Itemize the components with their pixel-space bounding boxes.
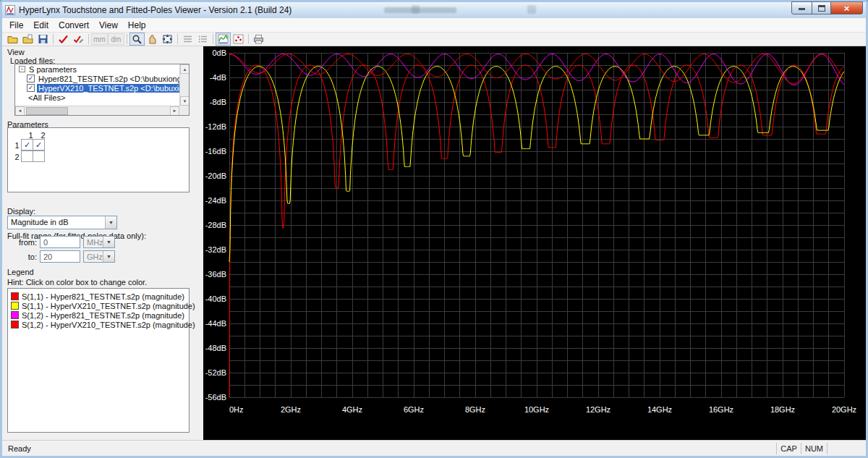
close-button[interactable]: ×: [830, 1, 863, 14]
plot-poles-button[interactable]: [231, 33, 246, 46]
from-label: from:: [5, 238, 37, 247]
fullfit-to-input[interactable]: [40, 250, 80, 263]
legend-color-box[interactable]: [11, 292, 19, 300]
pan-button[interactable]: [145, 33, 160, 46]
hand-icon: [147, 34, 158, 44]
svg-text:-40dB: -40dB: [205, 294, 226, 303]
grid-lines-button[interactable]: [180, 33, 195, 46]
toolbar-separator: [248, 34, 249, 44]
svg-text:8GHz: 8GHz: [465, 405, 485, 414]
tree-file-row-selected[interactable]: ✓ HyperVX210_TESTNET.s2p <D:\bubuxiong: [15, 83, 179, 93]
svg-text:-32dB: -32dB: [205, 245, 226, 254]
svg-text:-52dB: -52dB: [205, 368, 226, 377]
param-check-1-1[interactable]: ✓: [21, 139, 33, 150]
menu-view[interactable]: View: [94, 18, 123, 33]
tree-root-row[interactable]: - S parameters: [15, 64, 179, 74]
plot-area[interactable]: 0dB-4dB-8dB-12dB-16dB-20dB-24dB-28dB-32d…: [203, 46, 866, 440]
file-checkbox-checked[interactable]: ✓: [27, 75, 35, 82]
display-select[interactable]: Magnitude in dB ▼: [7, 216, 117, 229]
svg-text:-16dB: -16dB: [205, 147, 226, 156]
tree-file-row[interactable]: ✓ Hyper821_TESTNET.s2p <D:\bubuxiongtrai: [15, 74, 179, 83]
all-files-label[interactable]: <All Files>: [27, 93, 67, 102]
grid-list-button[interactable]: [195, 33, 210, 46]
window-title: HyperLynx Touchstone and Fitted-Poles Vi…: [19, 5, 292, 15]
view-panel: View Loaded files: - S parameters ✓ Hype…: [2, 46, 203, 440]
svg-text:-12dB: -12dB: [205, 122, 226, 131]
chevron-down-icon: ▼: [103, 237, 114, 247]
svg-text:-44dB: -44dB: [205, 319, 226, 328]
status-pane-empty: [827, 443, 866, 454]
svg-text:-56dB: -56dB: [205, 393, 226, 402]
svg-text:-36dB: -36dB: [205, 270, 226, 279]
units-mm-button[interactable]: mm: [91, 33, 108, 45]
toolbar: mm dm: [2, 33, 866, 46]
scroll-right-icon[interactable]: ►: [170, 106, 179, 116]
tree-collapse-icon[interactable]: -: [19, 66, 25, 72]
parameters-box: 1 2 1 ✓ ✓ 2: [7, 127, 190, 192]
display-label: Display:: [7, 207, 35, 216]
param-check-2-2[interactable]: [33, 150, 45, 162]
svg-text:0dB: 0dB: [212, 48, 226, 57]
legend-color-box[interactable]: [11, 311, 19, 319]
open-file-button[interactable]: [5, 33, 20, 46]
loaded-files-tree[interactable]: - S parameters ✓ Hyper821_TESTNET.s2p <D…: [14, 64, 190, 116]
scrollbar-thumb[interactable]: [26, 107, 68, 115]
menu-help[interactable]: Help: [123, 18, 151, 33]
fullfit-from-input[interactable]: [40, 236, 80, 248]
legend-item-label: S(1,1) - HyperVX210_TESTNET.s2p (magnitu…: [22, 302, 195, 310]
display-value: Magnitude in dB: [8, 216, 105, 229]
legend-color-box[interactable]: [11, 302, 19, 310]
chevron-down-icon[interactable]: ▼: [105, 216, 116, 229]
from-unit-select[interactable]: MHz ▼: [83, 236, 115, 248]
file-label[interactable]: Hyper821_TESTNET.s2p <D:\bubuxiongtrai: [37, 75, 179, 83]
magnifier-icon: [132, 34, 142, 44]
to-label: to:: [5, 253, 37, 261]
svg-text:-8dB: -8dB: [210, 98, 226, 106]
list-lines-icon: [197, 34, 208, 44]
menu-edit[interactable]: Edit: [28, 18, 54, 33]
scroll-up-icon[interactable]: ▲: [180, 64, 190, 74]
tree-horizontal-scrollbar[interactable]: ◄ ►: [15, 106, 179, 115]
plot-curves-button[interactable]: [216, 33, 231, 46]
app-icon: [5, 5, 15, 15]
scroll-left-icon[interactable]: ◄: [15, 106, 25, 116]
validate-button[interactable]: [56, 33, 71, 46]
desktop-bleed-artifact: [412, 5, 420, 14]
scroll-down-icon[interactable]: ▼: [180, 96, 190, 106]
param-check-1-2[interactable]: ✓: [33, 139, 45, 150]
printer-icon: [253, 34, 264, 44]
param-check-2-1[interactable]: [21, 150, 33, 162]
zoom-button[interactable]: [129, 33, 145, 46]
file-label[interactable]: HyperVX210_TESTNET.s2p <D:\bubuxiong: [37, 84, 179, 93]
minimize-button[interactable]: [791, 1, 812, 14]
tree-vertical-scrollbar[interactable]: ▲ ▼: [179, 64, 189, 106]
from-unit-value: MHz: [84, 237, 103, 247]
tree-root-label: S parameters: [27, 65, 78, 74]
print-button[interactable]: [251, 33, 266, 46]
parameter-matrix: 1 2 1 ✓ ✓ 2: [12, 130, 49, 163]
open-folder-icon: [7, 34, 18, 44]
save-button[interactable]: [35, 33, 51, 46]
toolbar-separator: [127, 34, 127, 44]
legend-item-label: S(1,1) - Hyper821_TESTNET.s2p (magnitude…: [22, 292, 184, 301]
window-controls: ×: [792, 1, 863, 14]
s-parameter-chart[interactable]: 0dB-4dB-8dB-12dB-16dB-20dB-24dB-28dB-32d…: [203, 46, 866, 440]
menu-file[interactable]: File: [4, 18, 28, 33]
tree-allfiles-row[interactable]: <All Files>: [15, 93, 179, 102]
units-dm-button[interactable]: dm: [108, 33, 124, 45]
open-folder-plus-icon: [22, 34, 33, 44]
svg-text:-4dB: -4dB: [210, 73, 226, 82]
fit-view-button[interactable]: [160, 33, 175, 46]
maximize-button[interactable]: [812, 1, 831, 14]
menu-convert[interactable]: Convert: [54, 18, 94, 33]
legend-item-label: S(1,2) - Hyper821_TESTNET.s2p (magnitude…: [22, 311, 184, 320]
open-all-button[interactable]: [20, 33, 35, 46]
legend-box: S(1,1) - Hyper821_TESTNET.s2p (magnitude…: [7, 288, 190, 433]
legend-item: S(1,1) - Hyper821_TESTNET.s2p (magnitude…: [8, 292, 189, 301]
titlebar[interactable]: HyperLynx Touchstone and Fitted-Poles Vi…: [2, 2, 866, 18]
file-checkbox-checked[interactable]: ✓: [27, 84, 35, 92]
svg-text:4GHz: 4GHz: [342, 405, 362, 414]
to-unit-select[interactable]: GHz ▼: [83, 250, 115, 263]
legend-color-box[interactable]: [11, 321, 19, 328]
validate-edit-button[interactable]: [71, 33, 86, 46]
